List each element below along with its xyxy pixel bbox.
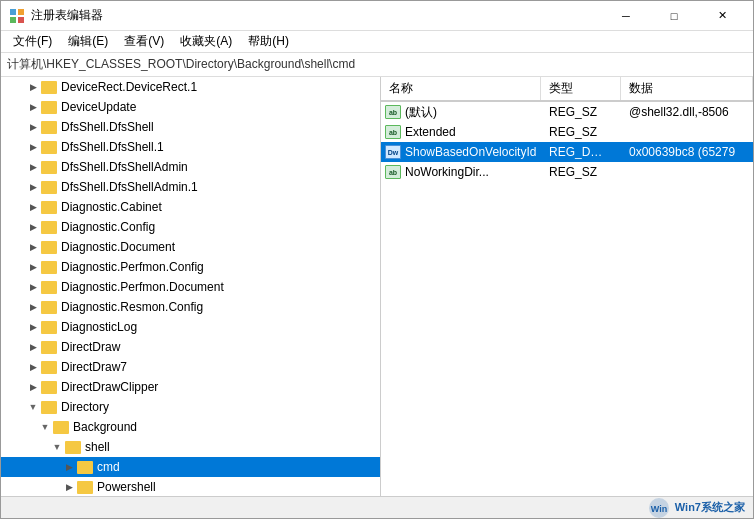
value-name-cell: ab(默认) bbox=[381, 102, 541, 123]
value-row[interactable]: DwShowBasedOnVelocityIdREG_DWORD0x00639b… bbox=[381, 142, 753, 162]
tree-item-label: DirectDraw7 bbox=[61, 360, 127, 374]
tree-item[interactable]: ▶DirectDraw bbox=[1, 337, 380, 357]
maximize-button[interactable]: □ bbox=[651, 1, 697, 31]
tree-item-label: Diagnostic.Cabinet bbox=[61, 200, 162, 214]
tree-item[interactable]: ▼shell bbox=[1, 437, 380, 457]
folder-icon bbox=[77, 461, 93, 474]
header-name[interactable]: 名称 bbox=[381, 77, 541, 100]
menu-item-4[interactable]: 帮助(H) bbox=[240, 31, 297, 52]
values-pane: 名称 类型 数据 ab(默认)REG_SZ@shell32.dll,-8506a… bbox=[381, 77, 753, 496]
value-data bbox=[621, 170, 753, 174]
tree-item-label: Powershell bbox=[97, 480, 156, 494]
value-row[interactable]: abNoWorkingDir...REG_SZ bbox=[381, 162, 753, 182]
folder-icon bbox=[41, 301, 57, 314]
value-type: REG_SZ bbox=[541, 103, 621, 121]
tree-item-label: DirectDrawClipper bbox=[61, 380, 158, 394]
watermark: Win Win7系统之家 bbox=[633, 497, 753, 519]
reg-value-icon: ab bbox=[385, 165, 401, 179]
value-name-cell: abExtended bbox=[381, 123, 541, 141]
folder-icon bbox=[41, 381, 57, 394]
folder-icon bbox=[41, 241, 57, 254]
value-name: NoWorkingDir... bbox=[405, 165, 489, 179]
tree-arrow-icon: ▶ bbox=[25, 279, 41, 295]
tree-item[interactable]: ▶DfsShell.DfsShell bbox=[1, 117, 380, 137]
menu-bar: 文件(F)编辑(E)查看(V)收藏夹(A)帮助(H) bbox=[1, 31, 753, 53]
tree-item[interactable]: ▶Diagnostic.Document bbox=[1, 237, 380, 257]
tree-item[interactable]: ▼Background bbox=[1, 417, 380, 437]
tree-item-label: DfsShell.DfsShell bbox=[61, 120, 154, 134]
reg-value-icon: Dw bbox=[385, 145, 401, 159]
folder-icon bbox=[53, 421, 69, 434]
tree-item[interactable]: ▶DeviceRect.DeviceRect.1 bbox=[1, 77, 380, 97]
window-controls: ─ □ ✕ bbox=[603, 1, 745, 31]
tree-item[interactable]: ▶DfsShell.DfsShellAdmin.1 bbox=[1, 177, 380, 197]
tree-item[interactable]: ▶Diagnostic.Resmon.Config bbox=[1, 297, 380, 317]
tree-arrow-icon: ▶ bbox=[61, 459, 77, 475]
tree-item[interactable]: ▶DeviceUpdate bbox=[1, 97, 380, 117]
tree-item-label: Directory bbox=[61, 400, 109, 414]
tree-item-label: DfsShell.DfsShellAdmin.1 bbox=[61, 180, 198, 194]
value-name: Extended bbox=[405, 125, 456, 139]
folder-icon bbox=[41, 201, 57, 214]
tree-arrow-icon: ▶ bbox=[25, 199, 41, 215]
tree-arrow-icon: ▶ bbox=[25, 319, 41, 335]
tree-item[interactable]: ▶DiagnosticLog bbox=[1, 317, 380, 337]
folder-icon bbox=[41, 361, 57, 374]
value-type: REG_SZ bbox=[541, 123, 621, 141]
tree-arrow-icon: ▶ bbox=[25, 79, 41, 95]
value-data bbox=[621, 130, 753, 134]
value-name: (默认) bbox=[405, 104, 437, 121]
svg-rect-0 bbox=[10, 9, 16, 15]
title-bar: 注册表编辑器 ─ □ ✕ bbox=[1, 1, 753, 31]
tree-item[interactable]: ▶DfsShell.DfsShellAdmin bbox=[1, 157, 380, 177]
value-data: @shell32.dll,-8506 bbox=[621, 103, 753, 121]
tree-item-label: DeviceUpdate bbox=[61, 100, 136, 114]
header-data[interactable]: 数据 bbox=[621, 77, 753, 100]
tree-arrow-icon: ▶ bbox=[25, 339, 41, 355]
tree-item-label: DeviceRect.DeviceRect.1 bbox=[61, 80, 197, 94]
folder-icon bbox=[41, 341, 57, 354]
value-type: REG_DWORD bbox=[541, 143, 621, 161]
tree-arrow-icon: ▶ bbox=[61, 479, 77, 495]
tree-item[interactable]: ▶DfsShell.DfsShell.1 bbox=[1, 137, 380, 157]
value-data: 0x00639bc8 (65279 bbox=[621, 143, 753, 161]
tree-arrow-icon: ▶ bbox=[25, 299, 41, 315]
window-title: 注册表编辑器 bbox=[31, 7, 603, 24]
values-header: 名称 类型 数据 bbox=[381, 77, 753, 102]
tree-arrow-icon: ▶ bbox=[25, 359, 41, 375]
minimize-button[interactable]: ─ bbox=[603, 1, 649, 31]
tree-arrow-icon: ▶ bbox=[25, 159, 41, 175]
svg-rect-2 bbox=[10, 17, 16, 23]
tree-arrow-icon: ▶ bbox=[25, 259, 41, 275]
folder-icon bbox=[41, 101, 57, 114]
menu-item-3[interactable]: 收藏夹(A) bbox=[172, 31, 240, 52]
tree-pane[interactable]: ▶DeviceRect.DeviceRect.1▶DeviceUpdate▶Df… bbox=[1, 77, 381, 496]
tree-item[interactable]: ▶Diagnostic.Cabinet bbox=[1, 197, 380, 217]
tree-item[interactable]: ▶DirectDraw7 bbox=[1, 357, 380, 377]
tree-item-label: Diagnostic.Resmon.Config bbox=[61, 300, 203, 314]
value-row[interactable]: abExtendedREG_SZ bbox=[381, 122, 753, 142]
menu-item-2[interactable]: 查看(V) bbox=[116, 31, 172, 52]
app-icon bbox=[9, 8, 25, 24]
tree-item[interactable]: ▼Directory bbox=[1, 397, 380, 417]
menu-item-1[interactable]: 编辑(E) bbox=[60, 31, 116, 52]
tree-item[interactable]: ▶Diagnostic.Perfmon.Config bbox=[1, 257, 380, 277]
status-bar: Win Win7系统之家 bbox=[1, 496, 753, 518]
tree-item[interactable]: ▶Diagnostic.Config bbox=[1, 217, 380, 237]
tree-item[interactable]: ▶Powershell bbox=[1, 477, 380, 496]
tree-item[interactable]: ▶Diagnostic.Perfmon.Document bbox=[1, 277, 380, 297]
menu-item-0[interactable]: 文件(F) bbox=[5, 31, 60, 52]
tree-arrow-icon: ▶ bbox=[25, 179, 41, 195]
value-row[interactable]: ab(默认)REG_SZ@shell32.dll,-8506 bbox=[381, 102, 753, 122]
header-type[interactable]: 类型 bbox=[541, 77, 621, 100]
tree-item-label: Background bbox=[73, 420, 137, 434]
svg-rect-3 bbox=[18, 17, 24, 23]
folder-icon bbox=[41, 261, 57, 274]
folder-icon bbox=[41, 401, 57, 414]
folder-icon bbox=[41, 321, 57, 334]
registry-editor-window: 注册表编辑器 ─ □ ✕ 文件(F)编辑(E)查看(V)收藏夹(A)帮助(H) … bbox=[0, 0, 754, 519]
tree-item[interactable]: ▶cmd bbox=[1, 457, 380, 477]
tree-item[interactable]: ▶DirectDrawClipper bbox=[1, 377, 380, 397]
close-button[interactable]: ✕ bbox=[699, 1, 745, 31]
folder-icon bbox=[41, 181, 57, 194]
